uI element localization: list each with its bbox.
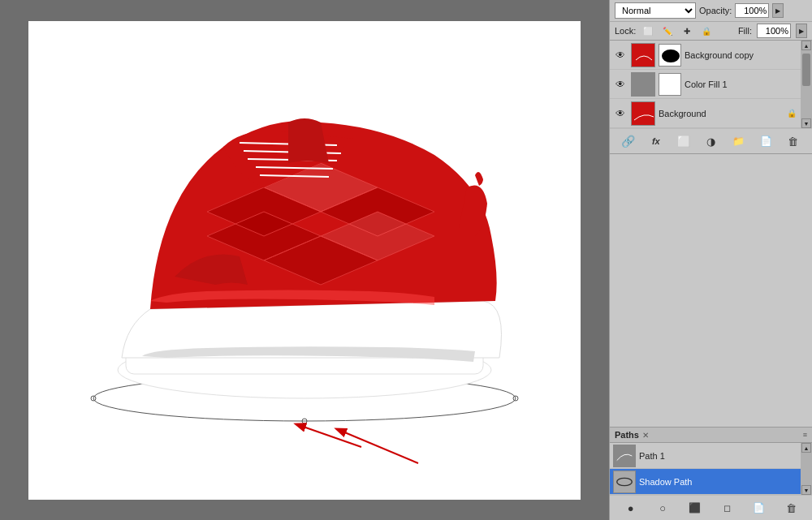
selection-as-path-icon[interactable]: ◻	[718, 499, 736, 517]
svg-rect-16	[632, 44, 655, 67]
visibility-icon[interactable]: 👁	[613, 48, 628, 62]
layer-mask-thumbnail	[659, 44, 681, 67]
scroll-thumb[interactable]	[802, 54, 810, 86]
paths-close-button[interactable]: ✕	[642, 431, 649, 440]
paths-list: Path 1 Shadow Path	[610, 443, 801, 495]
group-icon[interactable]: 📁	[729, 132, 747, 150]
paths-list-section: Path 1 Shadow Path ▲ ▼	[610, 443, 812, 495]
path-item[interactable]: Shadow Path	[610, 469, 801, 495]
layers-bottom-toolbar: 🔗 fx ⬜ ◑ 📁 📄 🗑	[610, 128, 812, 154]
lock-label: Lock:	[615, 26, 636, 36]
svg-point-18	[662, 49, 680, 62]
layer-thumbnail	[631, 43, 655, 67]
lock-paint-icon[interactable]: ✏️	[660, 24, 675, 38]
paths-bottom-toolbar: ● ○ ⬛ ◻ 📄 🗑	[610, 495, 812, 520]
path-thumbnail	[613, 445, 636, 467]
path-name: Path 1	[639, 451, 797, 461]
layer-thumbnail	[631, 101, 655, 126]
path-thumbnail	[613, 471, 636, 493]
paths-header: Paths ✕ ≡	[610, 428, 812, 443]
opacity-label: Opacity:	[699, 6, 732, 15]
blend-mode-select[interactable]: Normal	[615, 2, 696, 19]
layer-name: Background copy	[685, 50, 797, 60]
visibility-icon[interactable]: 👁	[613, 106, 628, 121]
stroke-path-icon[interactable]: ○	[654, 499, 672, 517]
paths-scrollbar[interactable]: ▲ ▼	[801, 443, 812, 495]
delete-path-icon[interactable]: 🗑	[782, 499, 800, 517]
opacity-input[interactable]	[735, 3, 769, 18]
layer-item[interactable]: 👁 Color Fill 1	[610, 70, 801, 99]
paths-title: Paths	[615, 430, 639, 440]
svg-rect-21	[632, 102, 655, 126]
layer-mask-thumbnail	[659, 73, 681, 96]
visibility-icon[interactable]: 👁	[613, 77, 628, 92]
link-icon[interactable]: 🔗	[620, 132, 637, 150]
scroll-down-btn[interactable]: ▼	[801, 118, 811, 128]
fill-arrow[interactable]: ▶	[796, 24, 807, 38]
layers-list: 👁 Background copy 👁 Color Fill 1	[610, 41, 801, 128]
lock-row: Lock: ⬜ ✏️ ✚ 🔒 Fill: ▶	[610, 22, 812, 41]
paths-scroll-down-btn[interactable]: ▼	[801, 485, 811, 495]
svg-rect-19	[632, 73, 655, 97]
canvas	[28, 21, 581, 500]
canvas-area	[0, 0, 609, 520]
paths-scroll-up-btn[interactable]: ▲	[801, 443, 811, 453]
mask-icon[interactable]: ⬜	[675, 132, 693, 150]
layer-thumbnail	[631, 72, 655, 97]
svg-rect-20	[659, 74, 681, 96]
layer-name: Background	[659, 109, 783, 118]
paths-panel: Paths ✕ ≡ Path 1 Shadow Path	[610, 427, 812, 520]
new-layer-icon[interactable]: 📄	[757, 132, 775, 150]
path-as-selection-icon[interactable]: ⬛	[686, 499, 704, 517]
layers-scrollbar[interactable]: ▲ ▼	[801, 41, 812, 128]
lock-transparency-icon[interactable]: ⬜	[641, 24, 655, 38]
opacity-arrow[interactable]: ▶	[772, 3, 784, 18]
fill-path-icon[interactable]: ●	[622, 499, 640, 517]
blend-row: Normal Opacity: ▶	[610, 0, 812, 22]
lock-icon: 🔒	[786, 108, 797, 119]
layer-item[interactable]: 👁 Background 🔒	[610, 99, 801, 128]
paths-scroll-icon[interactable]: ≡	[803, 431, 807, 439]
scroll-up-btn[interactable]: ▲	[801, 41, 811, 50]
gray-filler	[610, 154, 812, 427]
lock-all-icon[interactable]: 🔒	[699, 24, 714, 38]
shoe-image	[45, 49, 564, 471]
fill-label: Fill:	[738, 26, 752, 36]
fx-icon[interactable]: fx	[647, 132, 665, 150]
path-item[interactable]: Path 1	[610, 443, 801, 469]
lock-position-icon[interactable]: ✚	[680, 24, 694, 38]
layers-section: 👁 Background copy 👁 Color Fill 1	[610, 41, 812, 128]
path-name: Shadow Path	[639, 477, 797, 487]
adjustment-icon[interactable]: ◑	[702, 132, 719, 150]
layer-name: Color Fill 1	[685, 80, 797, 89]
fill-input[interactable]	[757, 24, 791, 38]
delete-layer-icon[interactable]: 🗑	[784, 132, 802, 150]
layer-item[interactable]: 👁 Background copy	[610, 41, 801, 70]
new-path-icon[interactable]: 📄	[750, 499, 768, 517]
right-panel: Normal Opacity: ▶ Lock: ⬜ ✏️ ✚ 🔒 Fill: ▶…	[609, 0, 812, 520]
